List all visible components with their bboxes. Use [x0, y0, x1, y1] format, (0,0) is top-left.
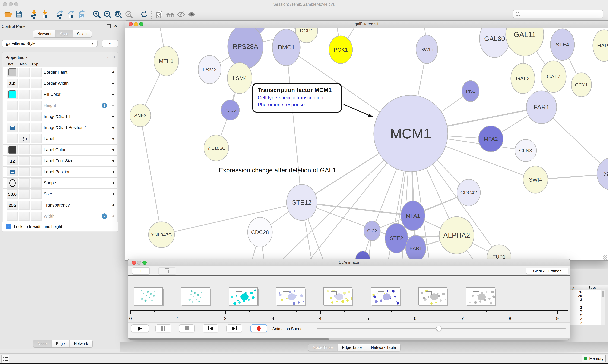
byp-cell[interactable] — [31, 134, 42, 143]
def-cell[interactable]: 12 — [7, 156, 18, 165]
cyanimator-titlebar[interactable]: CyAnimator — [128, 259, 570, 266]
style-target-tab-node[interactable]: Node — [33, 340, 51, 347]
network-node-MCM1[interactable]: MCM1 — [374, 95, 448, 172]
network-node-CLN3[interactable]: CLN3 — [515, 140, 537, 162]
hide-details-button[interactable] — [175, 9, 186, 19]
def-cell[interactable] — [7, 68, 18, 77]
map-cell[interactable] — [19, 156, 30, 165]
clone-network-button[interactable] — [154, 9, 165, 19]
open-session-button[interactable] — [2, 9, 13, 19]
def-cell[interactable]: 50.0 — [7, 189, 18, 199]
pause-button[interactable] — [155, 325, 171, 332]
info-icon[interactable]: i — [102, 103, 107, 108]
map-cell[interactable] — [19, 68, 30, 77]
def-cell[interactable] — [7, 178, 18, 188]
table-row[interactable]: 26 — [570, 290, 601, 294]
expand-row-icon[interactable]: ◀ — [112, 82, 114, 85]
byp-cell[interactable] — [31, 145, 42, 154]
expand-all-icon[interactable]: » — [105, 56, 110, 59]
property-row-size[interactable]: 50.0Size◀ — [3, 189, 117, 200]
map-cell[interactable] — [19, 200, 30, 210]
style-target-tab-network[interactable]: Network — [69, 340, 92, 347]
byp-cell[interactable] — [31, 68, 42, 77]
network-node-GAL7[interactable]: GAL7 — [541, 61, 566, 92]
export-network-button[interactable] — [55, 9, 65, 19]
table-row[interactable]: 2 — [570, 321, 601, 325]
def-cell[interactable] — [7, 145, 18, 154]
network-node-GAL2[interactable]: GAL2 — [511, 63, 535, 94]
table-row[interactable]: 1 — [570, 301, 601, 305]
network-node-STE4[interactable]: STE4 — [550, 29, 574, 60]
network-window-titlebar[interactable]: galFiltered.sif — [125, 21, 608, 28]
byp-cell[interactable] — [31, 178, 42, 188]
stop-button[interactable] — [179, 325, 195, 332]
def-cell[interactable]: 2.0 — [7, 79, 18, 88]
frame-thumbnail-2[interactable] — [228, 287, 258, 305]
map-cell[interactable] — [19, 79, 30, 88]
def-cell[interactable] — [7, 212, 18, 221]
zoom-fit-button[interactable] — [113, 9, 124, 19]
def-cell[interactable]: 255 — [7, 200, 18, 210]
clear-all-frames-button[interactable]: Clear All Frames — [526, 268, 568, 274]
expand-row-icon[interactable]: ◀ — [112, 159, 114, 162]
def-cell[interactable] — [7, 167, 18, 176]
record-button[interactable] — [250, 325, 267, 332]
network-node-YNL047C[interactable]: YNL047C — [149, 222, 175, 248]
network-node-TUP1[interactable]: TUP1 — [487, 245, 511, 260]
animation-speed-slider[interactable] — [317, 328, 566, 329]
network-canvas[interactable]: DCP1RPS28ADMC1PCK1MTH1LSM2LSM4PDC5SNF3YI… — [125, 27, 608, 260]
property-row-height[interactable]: Heighti◀ — [3, 100, 117, 111]
property-row-label[interactable]: ⋮›Label◀ — [3, 133, 117, 144]
def-cell[interactable] — [7, 90, 18, 99]
byp-cell[interactable] — [31, 79, 42, 88]
network-node-GAL80[interactable]: GAL80 — [479, 27, 510, 58]
property-row-shape[interactable]: Shape◀ — [3, 178, 117, 189]
refresh-button[interactable] — [139, 9, 150, 19]
show-details-button[interactable] — [186, 9, 197, 19]
search-input[interactable] — [513, 10, 603, 18]
network-node-MFA2[interactable]: MFA2 — [479, 126, 503, 152]
map-cell[interactable] — [19, 101, 30, 110]
property-row-label-color[interactable]: Label Color◀ — [3, 144, 117, 156]
network-node-HAP2[interactable]: HAP2 — [593, 30, 608, 61]
expand-row-icon[interactable]: ◀ — [112, 126, 114, 129]
expand-row-icon[interactable]: ◀ — [112, 71, 114, 74]
frame-thumbnail-5[interactable] — [371, 287, 400, 305]
def-cell[interactable] — [7, 123, 18, 132]
property-row-border-width[interactable]: 2.0Border Width◀ — [3, 78, 117, 89]
byp-cell[interactable] — [31, 156, 42, 165]
tab-style[interactable]: Style — [55, 30, 72, 37]
task-history-button[interactable] — [1, 355, 10, 363]
tab-select[interactable]: Select — [72, 30, 92, 37]
property-row-fill-color[interactable]: Fill Color◀ — [3, 89, 117, 100]
expand-row-icon[interactable]: ◀ — [112, 192, 114, 195]
expand-row-icon[interactable]: ◀ — [112, 170, 114, 173]
map-cell[interactable] — [19, 178, 30, 188]
table-column-header[interactable]: ity — [571, 286, 574, 289]
frame-thumbnail-6[interactable] — [418, 287, 447, 305]
style-menu-button[interactable]: ▾ — [102, 40, 118, 47]
network-node-FAR1[interactable]: FAR1 — [526, 91, 557, 124]
def-cell[interactable] — [7, 101, 18, 110]
table-row[interactable]: 2 — [570, 298, 601, 301]
map-cell[interactable] — [19, 212, 30, 221]
save-session-button[interactable] — [13, 9, 24, 19]
property-row-label-font-size[interactable]: 12Label Font Size◀ — [3, 156, 117, 167]
network-node-SWI4[interactable]: SWI4 — [523, 166, 548, 193]
table-row[interactable]: 25 — [570, 294, 601, 298]
expand-row-icon[interactable]: ◀ — [112, 148, 114, 151]
network-node-CDC28[interactable]: CDC28 — [248, 217, 272, 247]
property-row-border-paint[interactable]: Border Paint◀ — [3, 67, 117, 78]
network-node-PCK1[interactable]: PCK1 — [329, 36, 352, 64]
network-node-MTH1[interactable]: MTH1 — [154, 46, 179, 76]
frame-thumbnail-1[interactable] — [181, 287, 210, 305]
timeline-horizontal-scrollbar[interactable] — [128, 338, 570, 340]
network-node-CDC42[interactable]: CDC42 — [457, 179, 480, 206]
slider-handle[interactable] — [436, 325, 442, 331]
network-node-GAL11[interactable]: GAL11 — [506, 27, 544, 56]
map-cell[interactable] — [19, 123, 30, 132]
lock-size-checkbox[interactable]: ✓ — [6, 224, 11, 229]
map-cell[interactable] — [19, 112, 30, 121]
info-icon[interactable]: i — [102, 213, 107, 219]
map-cell[interactable]: ⋮› — [19, 134, 30, 143]
